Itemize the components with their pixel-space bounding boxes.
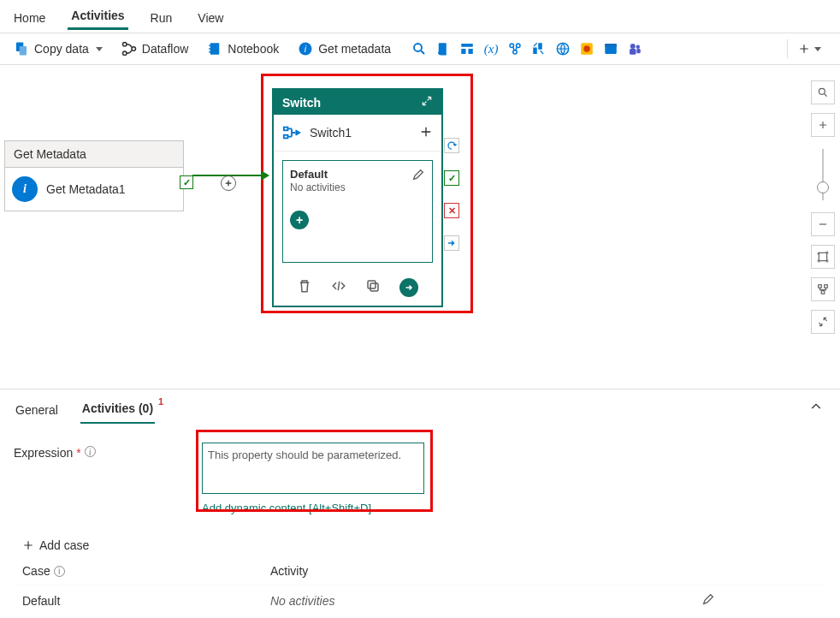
expand-icon[interactable] (421, 95, 433, 110)
switch-node[interactable]: Switch Switch1 Default No activities (272, 88, 443, 307)
svg-point-35 (819, 88, 825, 94)
required-icon: * (76, 446, 80, 460)
add-dynamic-content-link[interactable]: Add dynamic content [Alt+Shift+D] (202, 502, 424, 514)
dataflow-icon (121, 41, 137, 56)
expression-input[interactable] (202, 443, 424, 494)
add-icon[interactable] (419, 125, 433, 141)
svg-rect-33 (368, 281, 376, 288)
collapse-fullscreen-button[interactable] (811, 310, 835, 334)
expression-label: Expression (14, 446, 73, 460)
office365-icon[interactable] (603, 41, 618, 56)
case-name: Default (22, 594, 270, 608)
chevron-down-icon (814, 47, 821, 51)
dataflow-button[interactable]: Dataflow (116, 38, 193, 60)
svg-point-4 (132, 47, 136, 51)
zoom-slider[interactable] (822, 149, 824, 200)
copy-data-label: Copy data (34, 42, 89, 56)
variable-icon[interactable]: (x) (483, 41, 499, 56)
azure-batch-icon[interactable] (579, 41, 595, 56)
notebook-button[interactable]: Notebook (202, 38, 284, 60)
canvas[interactable]: Get Metadata i Get Metadata1 ✓ Switch Sw… (0, 65, 840, 389)
svg-rect-29 (630, 49, 636, 55)
svg-rect-36 (819, 253, 826, 260)
case-row-default[interactable]: Default No activities (14, 585, 826, 615)
add-activity-button[interactable] (787, 39, 831, 58)
copy-data-button[interactable]: Copy data (9, 38, 108, 60)
top-tabs: Home Activities Run View (0, 0, 840, 31)
add-case-button[interactable]: Add case (14, 538, 826, 552)
svg-rect-6 (210, 45, 211, 47)
add-sub-button[interactable]: + (290, 211, 309, 229)
node-name: Get Metadata1 (46, 182, 126, 196)
teams-icon[interactable] (627, 41, 642, 56)
svg-rect-13 (461, 44, 473, 47)
code-icon[interactable] (331, 278, 346, 297)
tab-activities[interactable]: Activities (68, 3, 127, 30)
kql-icon[interactable] (507, 41, 523, 56)
notebook-icon (207, 41, 222, 56)
fit-to-screen-button[interactable] (811, 245, 835, 269)
case-title: Default (290, 168, 346, 181)
svg-rect-12 (439, 43, 447, 55)
tab-view[interactable]: View (194, 6, 227, 30)
get-metadata-icon: i (298, 41, 313, 56)
edit-icon[interactable] (411, 168, 425, 181)
svg-rect-19 (533, 48, 537, 55)
case-table-header: Casei Activity (14, 557, 826, 585)
switch-title: Switch (282, 96, 321, 110)
lookup-icon[interactable] (411, 41, 427, 56)
switch-default-case[interactable]: Default No activities + (282, 160, 433, 263)
tab-run[interactable]: Run (147, 6, 176, 30)
get-metadata-node[interactable]: Get Metadata i Get Metadata1 ✓ (4, 140, 184, 211)
undo-port[interactable] (444, 138, 459, 153)
edit-icon[interactable] (701, 592, 715, 609)
clone-icon[interactable] (365, 278, 381, 297)
info-icon: i (85, 446, 96, 457)
script-icon[interactable] (435, 41, 451, 56)
functions-icon[interactable] (531, 41, 547, 56)
web-icon[interactable] (555, 41, 571, 56)
case-subtitle: No activities (290, 181, 346, 193)
delete-icon[interactable] (297, 278, 312, 297)
zoom-controls (811, 80, 835, 334)
run-icon[interactable] (399, 278, 418, 297)
stored-proc-icon[interactable] (459, 41, 475, 56)
switch-ports: ✓ ✕ (444, 138, 459, 251)
add-port[interactable] (221, 175, 236, 191)
svg-rect-37 (819, 285, 822, 288)
info-icon: i (54, 566, 65, 577)
case-activity: No activities (270, 594, 334, 608)
panel-tab-activities[interactable]: Activities (0) 1 (80, 395, 155, 424)
tab-home[interactable]: Home (10, 6, 49, 30)
svg-point-2 (122, 43, 127, 47)
properties-panel: General Activities (0) 1 Expression * i … (0, 389, 840, 618)
svg-rect-31 (284, 128, 288, 131)
get-metadata-button[interactable]: i Get metadata (293, 38, 396, 60)
fail-port-out[interactable]: ✕ (444, 203, 459, 218)
switch-name: Switch1 (310, 126, 352, 140)
autolayout-button[interactable] (811, 277, 835, 301)
skip-port-out[interactable] (444, 235, 459, 251)
panel-tab-general[interactable]: General (14, 396, 60, 424)
col-activity: Activity (270, 564, 308, 578)
svg-rect-14 (461, 49, 465, 54)
svg-rect-5 (210, 43, 220, 55)
zoom-in-button[interactable] (811, 113, 835, 137)
search-canvas-button[interactable] (811, 80, 835, 104)
chevron-down-icon (96, 47, 103, 51)
svg-rect-15 (469, 49, 473, 54)
svg-rect-39 (821, 291, 825, 294)
success-port[interactable]: ✓ (180, 175, 193, 189)
collapse-panel-button[interactable] (809, 400, 823, 416)
ribbon: Copy data Dataflow Notebook i Get metada… (0, 33, 840, 65)
svg-point-3 (122, 51, 127, 56)
svg-rect-26 (605, 44, 617, 47)
zoom-thumb[interactable] (817, 181, 829, 193)
svg-rect-1 (20, 46, 27, 56)
svg-rect-20 (538, 43, 542, 50)
notebook-label: Notebook (228, 42, 279, 56)
svg-rect-30 (636, 49, 641, 53)
zoom-out-button[interactable] (811, 212, 835, 236)
switch-icon (282, 123, 301, 142)
success-port-out[interactable]: ✓ (444, 170, 459, 186)
